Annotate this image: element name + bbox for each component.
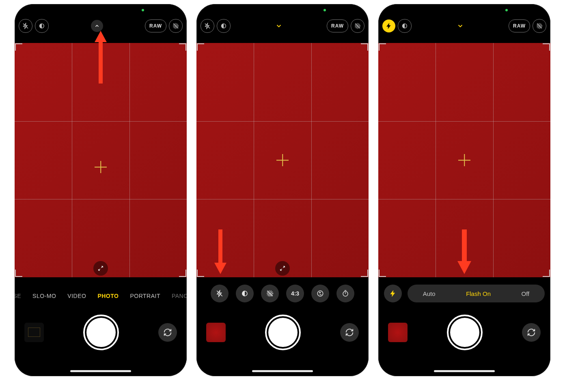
grid-line	[378, 121, 550, 122]
zoom-toggle-button[interactable]	[275, 261, 290, 276]
privacy-indicator-dot	[142, 9, 144, 11]
camera-flip-button[interactable]	[522, 323, 541, 342]
camera-bottom-bar	[378, 312, 550, 353]
grid-line	[378, 199, 550, 199]
grid-line	[493, 43, 494, 277]
focus-crosshair-icon	[95, 161, 107, 173]
flash-toggle-icon[interactable]	[201, 19, 214, 33]
zoom-toggle-button[interactable]	[93, 261, 108, 276]
camera-screen-3: RAW Auto Flash	[378, 4, 550, 376]
shutter-button[interactable]	[268, 317, 298, 347]
camera-settings-chevron[interactable]	[454, 20, 466, 32]
frame-corner	[379, 270, 386, 277]
svg-marker-32	[457, 229, 471, 274]
raw-label: RAW	[149, 23, 162, 29]
frame-corner	[543, 270, 550, 277]
camera-top-bar: RAW	[378, 16, 550, 36]
frame-corner	[361, 270, 368, 277]
tool-aspect-ratio[interactable]: 4:3	[286, 285, 304, 302]
frame-corner	[179, 43, 186, 51]
focus-crosshair-icon	[276, 154, 289, 166]
night-mode-icon[interactable]	[398, 19, 412, 33]
flash-options-tray: Auto Flash On Off	[384, 283, 545, 304]
camera-tool-tray: 4:3	[196, 283, 369, 304]
grid-line	[311, 43, 312, 277]
tool-flash-icon[interactable]	[211, 285, 229, 302]
camera-bottom-bar	[15, 312, 187, 353]
top-right-controls: RAW	[145, 19, 183, 33]
tutorial-arrow-down	[457, 229, 471, 274]
frame-corner	[15, 43, 22, 51]
camera-bottom-bar	[196, 312, 369, 353]
raw-label: RAW	[331, 23, 344, 29]
svg-marker-6	[95, 31, 107, 84]
tutorial-arrow-up	[95, 31, 107, 84]
mode-item[interactable]: SLO-MO	[32, 293, 56, 299]
frame-corner	[197, 270, 204, 277]
night-mode-icon[interactable]	[35, 19, 49, 33]
camera-top-bar: RAW	[196, 16, 369, 36]
frame-corner	[179, 270, 186, 277]
top-left-controls	[382, 19, 412, 33]
camera-flip-button[interactable]	[340, 323, 359, 342]
grid-line	[129, 43, 130, 277]
raw-toggle-button[interactable]: RAW	[509, 19, 530, 32]
privacy-indicator-dot	[323, 9, 326, 11]
flash-option-off[interactable]: Off	[522, 290, 530, 297]
live-photo-icon[interactable]	[169, 19, 183, 33]
focus-crosshair-icon	[458, 154, 470, 166]
home-indicator[interactable]	[252, 370, 313, 372]
privacy-indicator-dot	[505, 9, 508, 11]
top-left-controls	[201, 19, 231, 33]
flash-option-on[interactable]: Flash On	[466, 290, 491, 297]
frame-corner	[361, 43, 368, 51]
live-photo-icon[interactable]	[351, 19, 364, 33]
top-right-controls: RAW	[509, 19, 546, 33]
mode-item[interactable]: PANO	[172, 293, 187, 299]
frame-corner	[543, 43, 550, 51]
tool-exposure-icon[interactable]	[311, 285, 329, 302]
night-mode-icon[interactable]	[217, 19, 231, 33]
flash-indicator-icon[interactable]	[384, 285, 402, 302]
mode-item-active[interactable]: PHOTO	[97, 293, 119, 299]
camera-settings-chevron[interactable]	[273, 20, 285, 32]
svg-marker-13	[214, 229, 226, 274]
tool-timer-icon[interactable]	[336, 285, 354, 302]
grid-line	[72, 43, 72, 277]
mode-item[interactable]: PORTRAIT	[130, 293, 160, 299]
raw-toggle-button[interactable]: RAW	[145, 19, 166, 32]
last-photo-thumbnail[interactable]	[206, 323, 226, 342]
shutter-button[interactable]	[450, 317, 480, 347]
frame-corner	[379, 43, 386, 51]
camera-flip-button[interactable]	[158, 323, 177, 342]
camera-mode-selector[interactable]: SE SLO-MO VIDEO PHOTO PORTRAIT PANO	[15, 288, 187, 304]
frame-corner	[15, 270, 22, 277]
live-photo-icon[interactable]	[533, 19, 546, 33]
mode-item[interactable]: VIDEO	[67, 293, 86, 299]
grid-line	[15, 121, 187, 122]
flash-options-pill: Auto Flash On Off	[408, 285, 545, 302]
aspect-ratio-label: 4:3	[291, 290, 299, 297]
camera-settings-chevron[interactable]	[91, 20, 103, 32]
flash-option-auto[interactable]: Auto	[423, 290, 436, 297]
home-indicator[interactable]	[434, 370, 495, 372]
home-indicator[interactable]	[70, 370, 131, 372]
top-left-controls	[19, 19, 49, 33]
camera-screen-2: RAW	[196, 4, 369, 376]
tool-live-photo-icon[interactable]	[261, 285, 279, 302]
flash-toggle-icon[interactable]	[19, 19, 32, 33]
grid-line	[196, 121, 369, 122]
shutter-button[interactable]	[86, 317, 116, 347]
tool-night-mode-icon[interactable]	[236, 285, 254, 302]
mode-item[interactable]: SE	[15, 293, 21, 299]
raw-label: RAW	[513, 23, 526, 29]
camera-screen-1: RAW SE SLO-MO VIDEO	[15, 4, 187, 376]
grid-line	[196, 199, 369, 199]
last-photo-thumbnail[interactable]	[388, 323, 408, 342]
tutorial-arrow-down	[214, 229, 226, 274]
flash-on-icon[interactable]	[382, 19, 395, 32]
last-photo-thumbnail[interactable]	[24, 323, 44, 342]
raw-toggle-button[interactable]: RAW	[327, 19, 348, 32]
grid-line	[254, 43, 254, 277]
top-right-controls: RAW	[327, 19, 364, 33]
